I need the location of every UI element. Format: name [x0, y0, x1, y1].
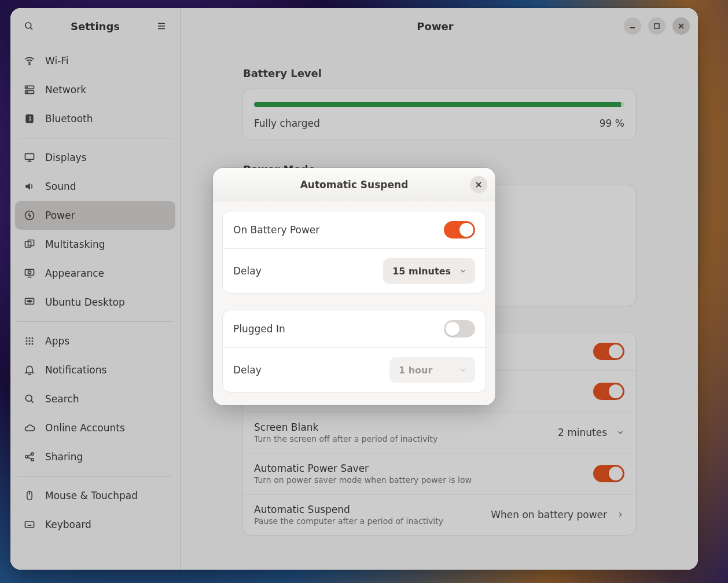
modal-header: Automatic Suspend — [213, 168, 495, 201]
on-battery-label: On Battery Power — [233, 224, 435, 236]
plugged-group: Plugged In Delay 1 hour — [222, 310, 486, 393]
modal-close-button[interactable] — [470, 176, 487, 193]
battery-group: On Battery Power Delay 15 minutes — [222, 211, 486, 294]
automatic-suspend-dialog: Automatic Suspend On Battery Power Delay… — [213, 168, 495, 405]
row-on-battery: On Battery Power — [223, 211, 486, 248]
battery-delay-select[interactable]: 15 minutes — [383, 258, 475, 284]
close-icon — [475, 181, 482, 188]
row-plugged-delay: Delay 1 hour — [223, 347, 486, 392]
plugged-in-label: Plugged In — [233, 323, 435, 335]
battery-delay-label: Delay — [233, 265, 374, 277]
plugged-delay-select: 1 hour — [389, 357, 475, 383]
row-battery-delay: Delay 15 minutes — [223, 248, 486, 293]
modal-title: Automatic Suspend — [238, 179, 470, 190]
chevron-down-icon — [459, 267, 467, 275]
plugged-delay-label: Delay — [233, 364, 380, 376]
chevron-down-icon — [459, 366, 467, 374]
battery-delay-value: 15 minutes — [392, 266, 451, 277]
plugged-in-toggle[interactable] — [444, 320, 475, 338]
row-plugged-in: Plugged In — [223, 310, 486, 347]
on-battery-toggle[interactable] — [444, 221, 475, 239]
plugged-delay-value: 1 hour — [399, 365, 432, 376]
